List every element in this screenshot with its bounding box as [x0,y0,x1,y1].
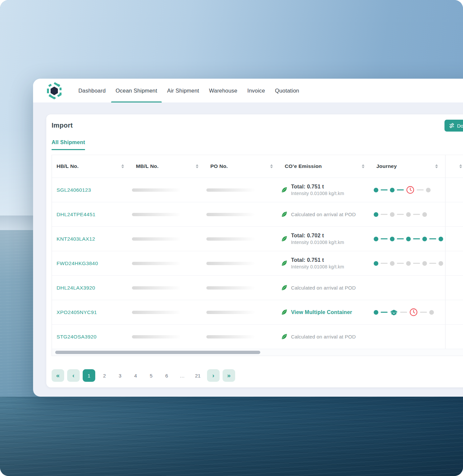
column-header-overflow[interactable] [445,155,463,178]
page-button-4[interactable]: 4 [129,369,142,382]
leaf-icon [281,309,288,316]
page-button-3[interactable]: 3 [114,369,126,382]
hbl-link[interactable]: FWD24HKG3840 [52,260,98,266]
emission-detail: Total: 0.702 tIntensity 0.01008 kg/t.km [291,233,344,245]
journey-segment [397,189,404,191]
skeleton-bar [206,311,255,314]
po-cell [206,213,280,216]
po-cell [206,335,280,338]
nav-item-warehouse[interactable]: Warehouse [204,79,242,102]
journey-cell [372,186,445,194]
mbl-cell [131,262,206,265]
mbl-cell [131,286,206,290]
leaf-icon [281,260,288,267]
journey-segment [413,214,420,215]
journey-node [422,261,427,266]
page-button-21[interactable]: 21 [191,369,204,382]
sort-icon[interactable] [121,164,124,169]
tab-all-shipment[interactable]: All Shipment [52,139,85,150]
hbl-link[interactable]: XPO2405NYC91 [52,309,97,315]
journey-segment [429,263,436,264]
prev-page-button[interactable]: ‹ [67,369,80,382]
nav-item-air-shipment[interactable]: Air Shipment [162,79,204,102]
column-header-po-no[interactable]: PO No. [206,163,280,169]
hbl-cell: KNT2403LAX12 [52,236,131,242]
table-row: DHL24TPE4451Calculated on arrival at POD [52,202,463,226]
column-header-label: PO No. [210,163,228,169]
journey-segment [397,238,404,240]
content-area: Import Do All Shipment HB/L No.MB/L No.P… [33,102,463,387]
journey-segment [381,238,388,240]
journey-node [422,212,427,217]
column-header-hb-l-no[interactable]: HB/L No. [52,163,131,169]
skeleton-bar [132,188,181,192]
hbl-link[interactable]: STG24OSA3920 [52,334,97,339]
hbl-link[interactable]: DHL24TPE4451 [52,212,96,217]
page-button-6[interactable]: 6 [160,369,173,382]
hbl-cell: DHL24LAX3920 [52,285,131,291]
pagination: «‹123456…21›» [52,369,463,382]
download-button-label: Do [457,123,463,129]
table-row: KNT2403LAX12Total: 0.702 tIntensity 0.01… [52,226,463,251]
nav-item-invoice[interactable]: Invoice [243,79,270,102]
hbl-cell: XPO2405NYC91 [52,309,131,315]
pagination-ellipsis: … [176,369,189,382]
view-multiple-container-link[interactable]: View Multiple Container [291,309,352,315]
deep-ocean [0,397,463,476]
hbl-cell: SGL24060123 [52,187,131,193]
download-button[interactable]: Do [444,120,463,132]
top-navbar: DashboardOcean ShipmentAir ShipmentWareh… [33,79,463,102]
po-cell [206,262,280,265]
table-row: XPO2405NYC91View Multiple Container [52,300,463,324]
table-header-row: HB/L No.MB/L No.PO No.CO’e EmissionJourn… [52,155,463,178]
emission-total: Total: 0.702 t [291,233,344,239]
skeleton-bar [132,213,181,216]
journey-segment [413,263,420,264]
sort-icon[interactable] [459,164,462,169]
package-icon [390,308,398,316]
nav-item-ocean-shipment[interactable]: Ocean Shipment [111,79,162,102]
emission-pending-text: Calculated on arrival at POD [291,212,356,217]
hbl-link[interactable]: DHL24LAX3920 [52,285,95,291]
journey-segment [429,238,436,240]
skeleton-bar [132,262,181,265]
first-page-button[interactable]: « [52,369,64,382]
overflow-cell [445,227,463,251]
journey-node [406,237,411,241]
nav-item-quotation[interactable]: Quotation [270,79,304,102]
sort-icon[interactable] [196,164,198,169]
journey-segment [420,312,427,313]
page-button-2[interactable]: 2 [98,369,111,382]
sort-icon[interactable] [270,164,273,169]
journey-segment [400,312,407,313]
journey-node [374,310,378,315]
horizontal-scrollbar-track[interactable] [52,349,463,356]
mbl-cell [131,335,206,338]
next-page-button[interactable]: › [207,369,220,382]
journey-node [429,310,434,315]
skeleton-bar [206,286,255,290]
column-header-journey[interactable]: Journey [372,163,445,169]
horizontal-scrollbar-thumb[interactable] [55,351,260,354]
sort-icon[interactable] [362,164,364,169]
journey-segment [397,263,404,264]
journey-segment [381,189,388,191]
sort-icon[interactable] [435,164,438,169]
hbl-link[interactable]: KNT2403LAX12 [52,236,95,242]
hbl-link[interactable]: SGL24060123 [52,187,91,193]
table-body: SGL24060123Total: 0.751 tIntensity 0.010… [52,178,463,349]
journey-segment [381,214,388,215]
leaf-icon [281,333,288,340]
table-row: SGL24060123Total: 0.751 tIntensity 0.010… [52,178,463,202]
skeleton-bar [132,237,181,241]
page-button-5[interactable]: 5 [145,369,157,382]
hexagon-logo-icon [45,81,63,100]
column-header-mb-l-no[interactable]: MB/L No. [131,163,206,169]
emission-cell: Calculated on arrival at POD [280,211,372,218]
emission-cell: Total: 0.702 tIntensity 0.01008 kg/t.km [280,233,372,245]
column-header-co-e-emission[interactable]: CO’e Emission [280,163,372,169]
nav-item-dashboard[interactable]: Dashboard [74,79,110,102]
last-page-button[interactable]: » [223,369,235,382]
page-button-1[interactable]: 1 [83,369,95,382]
journey-cell [372,261,445,266]
